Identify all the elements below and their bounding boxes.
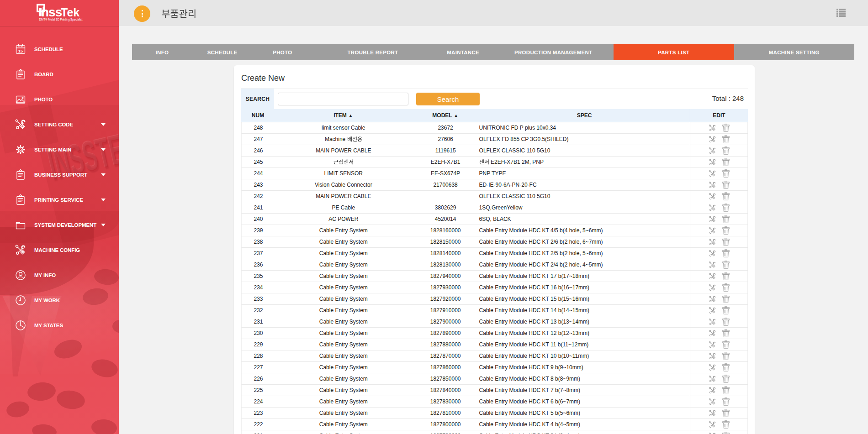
svg-text:DMT® Metal 3D Printing Special: DMT® Metal 3D Printing Specialist <box>39 18 83 21</box>
svg-text:nss: nss <box>41 5 62 19</box>
svg-text:Tek: Tek <box>61 6 79 19</box>
svg-text:15: 15 <box>18 48 23 53</box>
